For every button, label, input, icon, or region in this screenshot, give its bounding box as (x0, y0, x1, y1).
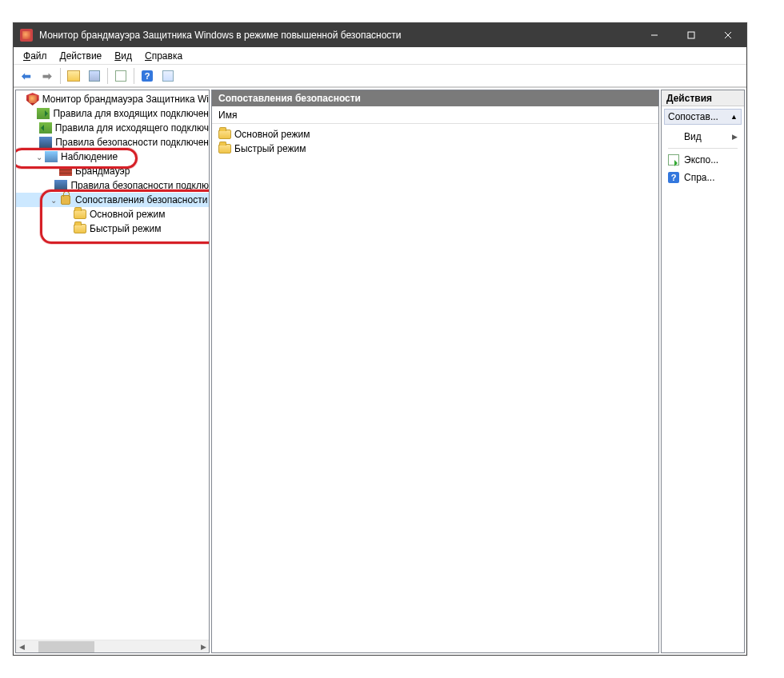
window-buttons (636, 23, 746, 47)
chevron-up-icon: ▲ (730, 113, 738, 121)
actions-context-label: Сопостав... (668, 111, 718, 122)
tree-label: Сопоставления безопасности (75, 194, 207, 205)
chevron-down-icon[interactable]: ⌄ (34, 153, 45, 162)
toolbar-separator (60, 68, 61, 84)
actions-context[interactable]: Сопостав... ▲ (664, 109, 742, 125)
rule-out-icon (39, 122, 52, 134)
separator (668, 148, 738, 149)
chevron-down-icon[interactable]: ⌄ (48, 196, 59, 205)
tree-label: Правила безопасности подключен (55, 137, 209, 148)
actions-pane: Действия Сопостав... ▲ Вид ▶ Экспо... ? (661, 90, 745, 653)
forward-button[interactable]: ➡ (38, 66, 57, 86)
tree-label: Монитор брандмауэра Защитника Wi (42, 94, 209, 105)
properties-icon (89, 70, 100, 82)
maximize-button[interactable] (673, 23, 710, 47)
action-label: Экспо... (684, 154, 718, 166)
main-header: Сопоставления безопасности (212, 90, 658, 106)
tree-sec-rules-mon[interactable]: Правила безопасности подклю (16, 178, 209, 193)
actions-header: Действия (662, 90, 744, 106)
firewall-icon (59, 165, 72, 177)
minimize-button[interactable] (636, 23, 673, 47)
horizontal-scrollbar[interactable]: ◀ ▶ (16, 640, 209, 652)
tree-quick-mode[interactable]: Быстрый режим (16, 221, 209, 236)
client-area: Монитор брандмауэра Защитника Wi Правила… (14, 87, 746, 655)
tree-root[interactable]: Монитор брандмауэра Защитника Wi (16, 92, 209, 106)
toolbar: ⬅ ➡ ? (14, 65, 746, 87)
actions-list: Вид ▶ Экспо... ? Спра... (662, 127, 744, 187)
scroll-left-icon[interactable]: ◀ (16, 641, 27, 652)
list-item-label: Основной режим (234, 129, 310, 140)
rule-in-icon (37, 107, 50, 120)
column-name: Имя (218, 110, 237, 121)
tree-label: Быстрый режим (90, 223, 162, 234)
back-button[interactable]: ⬅ (17, 66, 36, 86)
export-button[interactable] (111, 66, 130, 86)
tree-security-rules[interactable]: Правила безопасности подключен (16, 135, 209, 150)
scroll-thumb[interactable] (38, 641, 94, 652)
window-title: Монитор брандмауэра Защитника Windows в … (39, 30, 636, 41)
chevron-right-icon: ▶ (732, 133, 738, 141)
tree-label: Наблюдение (61, 151, 118, 162)
monitor-icon (45, 150, 58, 163)
toolbar-separator (107, 68, 108, 84)
menubar: Файл Действие Вид Справка (14, 47, 746, 65)
scroll-right-icon[interactable]: ▶ (198, 641, 209, 652)
help-icon: ? (142, 70, 153, 82)
action-label: Вид (684, 131, 702, 142)
tree-inbound-rules[interactable]: Правила для входящих подключен (16, 106, 209, 121)
tree-pane: Монитор брандмауэра Защитника Wi Правила… (15, 90, 210, 653)
folder-icon (218, 142, 231, 155)
tree-monitoring[interactable]: ⌄ Наблюдение (16, 150, 209, 164)
folder-icon (218, 128, 231, 141)
export-icon (115, 70, 126, 82)
main-list: Основной режим Быстрый режим (212, 124, 658, 652)
tree-label: Правила для входящих подключен (53, 108, 209, 119)
folder-icon (74, 208, 86, 221)
help-button[interactable]: ? (138, 66, 157, 86)
folder-up-icon (67, 70, 80, 82)
list-item[interactable]: Быстрый режим (215, 142, 655, 156)
properties-button[interactable] (85, 66, 104, 86)
window: Монитор брандмауэра Защитника Windows в … (13, 22, 747, 656)
folder-icon (74, 222, 86, 235)
security-icon (54, 179, 67, 192)
tree-outbound-rules[interactable]: Правила для исходящего подключ (16, 121, 209, 135)
tree-firewall[interactable]: Брандмауэр (16, 164, 209, 178)
arrow-left-icon: ⬅ (22, 70, 31, 82)
close-button[interactable] (710, 23, 746, 47)
arrow-right-icon: ➡ (42, 70, 52, 82)
column-header[interactable]: Имя (212, 106, 658, 124)
action-export[interactable]: Экспо... (665, 152, 741, 168)
export-icon (668, 154, 679, 166)
menu-action[interactable]: Действие (54, 49, 109, 63)
tree-label: Основной режим (90, 209, 166, 220)
help-icon: ? (668, 172, 679, 183)
tree-main-mode[interactable]: Основной режим (16, 207, 209, 221)
tree-label: Брандмауэр (75, 166, 130, 177)
menu-help[interactable]: Справка (138, 49, 189, 63)
list-item[interactable]: Основной режим (215, 127, 655, 142)
list-icon (162, 70, 174, 82)
tree-label: Правила безопасности подклю (70, 180, 209, 191)
up-button[interactable] (64, 66, 83, 86)
security-icon (39, 136, 52, 149)
menu-file[interactable]: Файл (17, 49, 54, 63)
action-label: Спра... (684, 172, 715, 183)
main-pane: Сопоставления безопасности Имя Основной … (211, 90, 659, 653)
menu-view[interactable]: Вид (108, 49, 138, 63)
svg-rect-1 (688, 32, 694, 38)
tree-label: Правила для исходящего подключ (55, 122, 209, 134)
list-item-label: Быстрый режим (234, 143, 306, 154)
app-icon (20, 29, 33, 42)
tree-security-assoc[interactable]: ⌄ Сопоставления безопасности (16, 193, 209, 207)
list-button[interactable] (158, 66, 178, 86)
action-help[interactable]: ? Спра... (665, 170, 741, 185)
toolbar-separator (134, 68, 134, 84)
lock-icon (59, 193, 72, 206)
shield-icon (26, 93, 39, 106)
titlebar: Монитор брандмауэра Защитника Windows в … (14, 23, 746, 47)
action-view[interactable]: Вид ▶ (665, 129, 741, 145)
tree: Монитор брандмауэра Защитника Wi Правила… (16, 90, 209, 640)
